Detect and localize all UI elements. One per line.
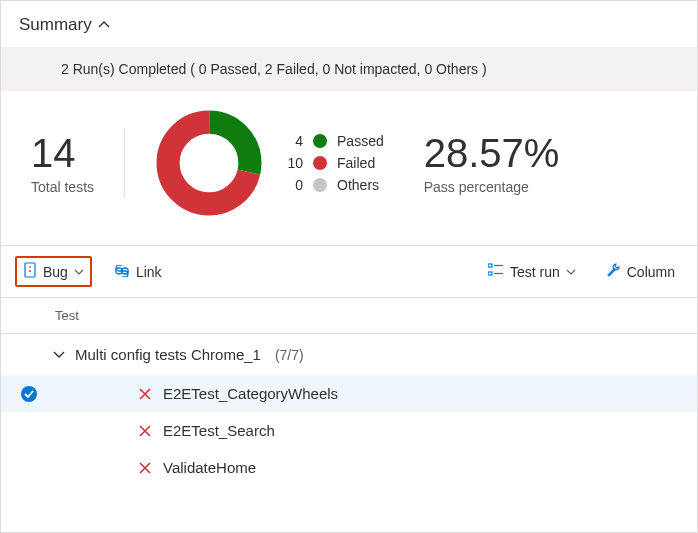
legend-passed-label: Passed (337, 133, 384, 149)
link-label: Link (136, 264, 162, 280)
toolbar: Bug Link Test run Column (1, 246, 697, 298)
bug-label: Bug (43, 264, 68, 280)
bug-icon (23, 262, 37, 281)
legend-failed-label: Failed (337, 155, 375, 171)
fail-icon (139, 388, 151, 400)
test-row[interactable]: E2ETest_CategoryWheels (1, 375, 697, 412)
chevron-up-icon (98, 19, 110, 31)
svg-point-4 (29, 270, 31, 272)
svg-point-11 (21, 386, 37, 402)
test-row[interactable]: E2ETest_Search (1, 412, 697, 449)
legend-others: 0 Others (281, 177, 384, 193)
fail-icon (139, 462, 151, 474)
swatch-others (313, 178, 327, 192)
test-run-button[interactable]: Test run (480, 257, 584, 286)
swatch-passed (313, 134, 327, 148)
donut-area: 4 Passed 10 Failed 0 Others (155, 109, 384, 217)
link-button[interactable]: Link (106, 258, 170, 286)
test-name: ValidateHome (163, 459, 256, 476)
stat-pass-pct: 28.57% Pass percentage (424, 131, 560, 195)
stat-pass-label: Pass percentage (424, 179, 560, 195)
status-text: 2 Run(s) Completed ( 0 Passed, 2 Failed,… (61, 61, 487, 77)
svg-rect-7 (488, 264, 492, 267)
stats-row: 14 Total tests 4 Passed 10 Failed 0 Othe… (1, 91, 697, 246)
donut-chart (155, 109, 263, 217)
test-row[interactable]: ValidateHome (1, 449, 697, 486)
stat-pass-value: 28.57% (424, 131, 560, 175)
chevron-down-icon (53, 347, 65, 363)
checkmark-icon[interactable] (19, 386, 39, 402)
summary-header[interactable]: Summary (1, 1, 697, 47)
test-name: E2ETest_CategoryWheels (163, 385, 338, 402)
legend-others-count: 0 (281, 177, 303, 193)
legend-others-label: Others (337, 177, 379, 193)
columns-button[interactable]: Column (598, 257, 683, 287)
group-row[interactable]: Multi config tests Chrome_1 (7/7) (1, 334, 697, 375)
group-icon (488, 263, 504, 280)
legend-failed: 10 Failed (281, 155, 384, 171)
col-test-label: Test (55, 308, 79, 323)
swatch-failed (313, 156, 327, 170)
test-name: E2ETest_Search (163, 422, 275, 439)
status-bar: 2 Run(s) Completed ( 0 Passed, 2 Failed,… (1, 47, 697, 91)
columns-label: Column (627, 264, 675, 280)
legend-failed-count: 10 (281, 155, 303, 171)
chevron-down-icon (566, 264, 576, 280)
group-title: Multi config tests Chrome_1 (75, 346, 261, 363)
stat-total-tests: 14 Total tests (31, 131, 94, 195)
stat-total-value: 14 (31, 131, 94, 175)
divider (124, 128, 125, 198)
bug-button[interactable]: Bug (23, 262, 84, 281)
wrench-icon (606, 263, 621, 281)
legend: 4 Passed 10 Failed 0 Others (281, 133, 384, 193)
link-icon (114, 264, 130, 280)
legend-passed-count: 4 (281, 133, 303, 149)
legend-passed: 4 Passed (281, 133, 384, 149)
chevron-down-icon (74, 264, 84, 280)
summary-title: Summary (19, 15, 92, 35)
test-run-label: Test run (510, 264, 560, 280)
fail-icon (139, 425, 151, 437)
svg-rect-8 (488, 272, 492, 275)
bug-button-highlight: Bug (15, 256, 92, 287)
column-header-test[interactable]: Test (1, 298, 697, 334)
group-count: (7/7) (275, 347, 304, 363)
stat-total-label: Total tests (31, 179, 94, 195)
